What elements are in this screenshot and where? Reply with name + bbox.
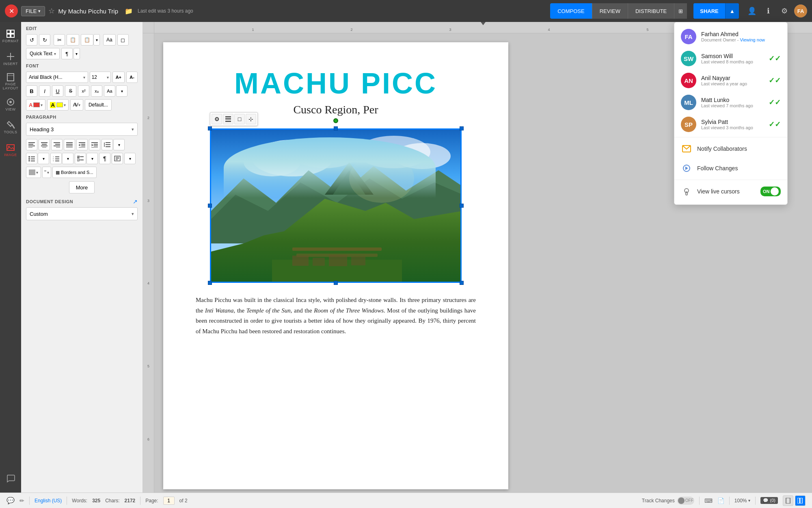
share-dropdown-button[interactable]: ▲ <box>725 3 739 19</box>
numbered-button[interactable]: 1.2.3. <box>50 153 62 164</box>
share-button[interactable]: SHARE <box>693 3 725 19</box>
text-color-button[interactable]: A ▾ <box>26 99 45 111</box>
shading-button[interactable]: ▾ <box>26 167 41 178</box>
design-style-select[interactable]: Custom ▾ <box>26 207 138 220</box>
undo-button[interactable]: ↺ <box>26 34 37 46</box>
text-direction-button[interactable]: ▾ <box>124 153 136 164</box>
resize-handle-bl[interactable] <box>208 281 212 285</box>
live-cursors-action[interactable]: View live cursors ON <box>674 182 787 201</box>
align-justify-button[interactable] <box>64 139 75 150</box>
zoom-dropdown[interactable]: ▾ <box>748 498 750 503</box>
sidebar-item-image[interactable]: IMAGE <box>2 139 19 161</box>
sidebar-item-view[interactable]: VIEW <box>2 93 19 115</box>
file-menu-button[interactable]: FILE ▾ <box>21 6 45 16</box>
resize-handle-lc[interactable] <box>208 204 212 208</box>
align-center-button[interactable] <box>39 139 50 150</box>
styles-dropdown-button[interactable]: ▾ <box>73 48 80 59</box>
sidebar-item-chat[interactable] <box>2 467 19 489</box>
notify-collaborators-action[interactable]: Notify Collaborators <box>674 139 787 158</box>
numbered-dropdown-button[interactable]: ▾ <box>62 153 73 164</box>
keyboard-icon[interactable]: ⌨ <box>704 497 713 504</box>
font-spacing-button[interactable]: AV ▾ <box>70 99 83 111</box>
image-layout-button[interactable] <box>223 114 233 124</box>
live-cursors-toggle[interactable]: ON <box>760 187 781 196</box>
quick-text-dropdown[interactable]: Quick Text ▾ <box>26 48 60 59</box>
collaborator-item-samson[interactable]: SW Samson Will Last viewed 8 months ago … <box>674 48 787 69</box>
image-settings-button[interactable]: ⚙ <box>212 114 222 124</box>
redo-button[interactable]: ↻ <box>39 34 50 46</box>
zoom-level[interactable]: 100% <box>734 498 747 504</box>
comments-badge[interactable]: 💬 (0) <box>760 497 778 504</box>
indent-decrease-button[interactable] <box>76 139 88 150</box>
bullets-button[interactable] <box>26 153 37 164</box>
track-changes-toggle[interactable]: OFF <box>677 497 694 505</box>
settings-icon-button[interactable]: ⚙ <box>778 4 791 17</box>
collaborator-item-sylvia[interactable]: SP Sylvia Patt Last viewed 3 months ago … <box>674 113 787 135</box>
font-increase-button[interactable]: A+ <box>112 72 125 83</box>
subscript-button[interactable]: x₂ <box>91 85 102 97</box>
follow-changes-action[interactable]: Follow Changes <box>674 158 787 178</box>
collaborator-item-matt[interactable]: ML Matt Lunko Last viewed 7 months ago ✓… <box>674 91 787 113</box>
checklist-button[interactable] <box>75 153 86 164</box>
indent-increase-button[interactable] <box>89 139 100 150</box>
image-inline-button[interactable]: □ <box>234 114 245 124</box>
view-mode-button[interactable]: ⊞ <box>674 3 687 19</box>
font-size-select[interactable]: 12 ▾ <box>90 72 111 83</box>
image-selection-container[interactable]: ⚙ □ ⊹ <box>210 128 462 283</box>
close-button[interactable]: ✕ <box>5 4 18 17</box>
text-box-button[interactable] <box>112 153 123 164</box>
collaborator-item-farhan[interactable]: FA Farhan Ahmed Document Owner - Viewing… <box>674 26 787 48</box>
language-indicator[interactable]: English (US) <box>35 498 62 504</box>
collaborator-item-anil[interactable]: AN Anil Nayyar Last viewed a year ago ✓✓ <box>674 69 787 91</box>
distribute-button[interactable]: DISTRIBUTE <box>628 3 674 19</box>
format-painter-button[interactable]: Aa <box>103 34 116 46</box>
case-dropdown-button[interactable]: ▾ <box>116 85 127 97</box>
borders-shading-button[interactable]: ▦ Borders and S... <box>52 167 97 178</box>
checklist-dropdown-button[interactable]: ▾ <box>86 153 98 164</box>
review-button[interactable]: REVIEW <box>592 3 628 19</box>
resize-handle-rc[interactable] <box>460 204 464 208</box>
info-icon-button[interactable]: ℹ <box>762 4 775 17</box>
resize-handle-tl[interactable] <box>208 126 212 130</box>
highlight-color-button[interactable]: A ▾ <box>47 99 68 111</box>
user-avatar[interactable]: FA <box>794 4 807 17</box>
user-icon-button[interactable]: 👤 <box>745 4 758 17</box>
compose-button[interactable]: COMPOSE <box>550 3 592 19</box>
font-family-select[interactable]: Arial Black (H... ▾ <box>26 72 88 83</box>
superscript-button[interactable]: x² <box>78 85 89 97</box>
more-button[interactable]: More <box>69 181 95 193</box>
resize-handle-bc[interactable] <box>334 281 338 285</box>
align-right-button[interactable] <box>51 139 63 150</box>
styles-button[interactable]: ¶ <box>61 48 73 59</box>
quote-button[interactable]: " ▾ <box>42 167 51 178</box>
paragraph-style-select[interactable]: Heading 3 ▾ <box>26 123 138 136</box>
cut-button[interactable]: ✂ <box>54 34 65 46</box>
underline-button[interactable]: U <box>52 85 63 97</box>
view-single-page-button[interactable] <box>783 495 793 506</box>
copy-button[interactable]: 📋 <box>67 34 79 46</box>
chat-status-icon[interactable]: 💬 <box>6 497 15 504</box>
sidebar-item-insert[interactable]: INSERT <box>2 48 19 70</box>
font-decrease-button[interactable]: A- <box>126 72 138 83</box>
sidebar-item-page-layout[interactable]: PAGELAYOUT <box>2 71 19 93</box>
italic-button[interactable]: I <box>39 85 50 97</box>
default-button[interactable]: Default... <box>85 99 112 111</box>
line-spacing-dropdown-button[interactable]: ▾ <box>113 139 125 150</box>
sidebar-item-tools[interactable]: TOOLS <box>2 116 19 138</box>
strikethrough-button[interactable]: S <box>65 85 76 97</box>
case-button[interactable]: Aa <box>104 85 115 97</box>
resize-handle-tr[interactable] <box>460 126 464 130</box>
page-number-input[interactable] <box>163 497 175 505</box>
doc-design-link[interactable]: ↗ <box>133 198 138 205</box>
image-crop-button[interactable]: ⊹ <box>246 114 256 124</box>
paste-button[interactable]: 📋 <box>81 34 93 46</box>
sidebar-item-format[interactable]: FORMAT <box>2 25 19 47</box>
clear-format-button[interactable]: ◻ <box>117 34 129 46</box>
favorite-button[interactable]: ☆ <box>48 7 55 15</box>
line-spacing-button[interactable] <box>102 139 113 150</box>
bold-button[interactable]: B <box>26 85 37 97</box>
align-left-button[interactable] <box>26 139 37 150</box>
image-rotate-handle[interactable] <box>333 118 338 123</box>
edit-status-icon[interactable]: ✏ <box>19 497 24 504</box>
resize-handle-tc[interactable] <box>334 126 338 130</box>
